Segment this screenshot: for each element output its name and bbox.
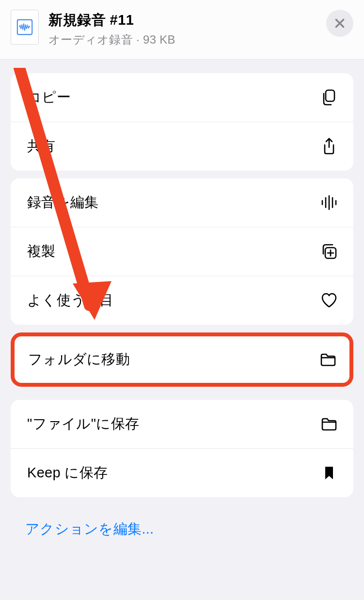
close-icon (333, 17, 346, 30)
row-label: Keep に保存 (27, 463, 108, 483)
save-to-files-row[interactable]: "ファイル"に保存 (11, 400, 353, 448)
favorite-row[interactable]: よく使う項目 (11, 276, 353, 325)
content: コピー 共有 録音を編集 (0, 60, 364, 553)
sheet-header: 新規録音 #11 オーディオ録音 · 93 KB (0, 0, 364, 60)
heart-icon (319, 291, 339, 310)
bookmark-icon (319, 463, 339, 483)
file-subtitle: オーディオ録音 · 93 KB (48, 32, 317, 47)
copy-row[interactable]: コピー (11, 73, 353, 122)
edit-actions-row[interactable]: アクションを編集... (11, 505, 353, 553)
edit-actions-link[interactable]: アクションを編集... (25, 521, 154, 537)
action-group-2: 録音を編集 複製 (11, 178, 353, 325)
file-title: 新規録音 #11 (48, 11, 317, 30)
row-label: よく使う項目 (27, 291, 114, 310)
share-row[interactable]: 共有 (11, 122, 353, 171)
row-label: コピー (27, 88, 71, 107)
save-to-keep-row[interactable]: Keep に保存 (11, 448, 353, 497)
action-group-1: コピー 共有 (11, 73, 353, 171)
move-to-folder-card-highlighted: フォルダに移動 (11, 332, 353, 387)
duplicate-row[interactable]: 複製 (11, 227, 353, 276)
close-button[interactable] (326, 10, 353, 37)
row-label: 複製 (27, 242, 56, 261)
folder-icon (318, 350, 338, 369)
duplicate-icon (319, 242, 339, 261)
row-label: 共有 (27, 137, 56, 156)
copy-icon (319, 88, 339, 107)
svg-rect-1 (326, 90, 334, 101)
header-text: 新規録音 #11 オーディオ録音 · 93 KB (48, 10, 317, 47)
move-to-folder-row[interactable]: フォルダに移動 (15, 336, 349, 383)
row-label: フォルダに移動 (28, 350, 130, 369)
row-label: 録音を編集 (27, 193, 99, 212)
share-icon (319, 137, 339, 156)
action-group-3: "ファイル"に保存 Keep に保存 (11, 400, 353, 497)
edit-recording-row[interactable]: 録音を編集 (11, 178, 353, 227)
folder-icon (319, 414, 339, 434)
row-label: "ファイル"に保存 (27, 414, 139, 434)
audio-file-icon (11, 10, 39, 45)
waveform-icon (319, 193, 339, 212)
